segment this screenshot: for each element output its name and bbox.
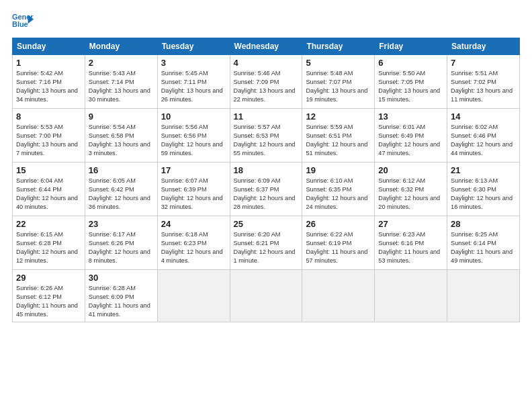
empty-cell: [447, 270, 520, 322]
calendar-header-row: Sunday Monday Tuesday Wednesday Thursday…: [13, 38, 520, 55]
day-number: 19: [306, 165, 371, 175]
day-number: 1: [16, 58, 81, 68]
day-info: Sunrise: 6:23 AM Sunset: 6:16 PM Dayligh…: [378, 230, 443, 265]
table-row: 6Sunrise: 5:50 AM Sunset: 7:05 PM Daylig…: [375, 55, 447, 109]
table-row: 22Sunrise: 6:15 AM Sunset: 6:28 PM Dayli…: [13, 216, 85, 270]
day-info: Sunrise: 5:45 AM Sunset: 7:11 PM Dayligh…: [161, 69, 226, 104]
table-row: 25Sunrise: 6:20 AM Sunset: 6:21 PM Dayli…: [230, 216, 302, 270]
day-info: Sunrise: 6:26 AM Sunset: 6:12 PM Dayligh…: [16, 284, 81, 319]
table-row: 27Sunrise: 6:23 AM Sunset: 6:16 PM Dayli…: [375, 216, 447, 270]
day-info: Sunrise: 5:51 AM Sunset: 7:02 PM Dayligh…: [451, 69, 516, 104]
day-number: 30: [89, 273, 154, 283]
day-number: 16: [89, 165, 154, 175]
day-number: 18: [234, 165, 299, 175]
svg-text:Blue: Blue: [12, 20, 28, 28]
day-number: 10: [161, 111, 226, 122]
day-info: Sunrise: 6:07 AM Sunset: 6:39 PM Dayligh…: [161, 177, 226, 212]
day-number: 14: [451, 111, 516, 122]
table-row: 18Sunrise: 6:09 AM Sunset: 6:37 PM Dayli…: [230, 163, 302, 216]
day-info: Sunrise: 6:05 AM Sunset: 6:42 PM Dayligh…: [89, 177, 154, 212]
day-info: Sunrise: 5:43 AM Sunset: 7:14 PM Dayligh…: [89, 69, 154, 104]
day-info: Sunrise: 5:48 AM Sunset: 7:07 PM Dayligh…: [306, 69, 371, 104]
table-row: 11Sunrise: 5:57 AM Sunset: 6:53 PM Dayli…: [230, 109, 302, 163]
day-info: Sunrise: 6:15 AM Sunset: 6:28 PM Dayligh…: [16, 230, 81, 265]
day-number: 13: [378, 111, 443, 122]
table-row: 26Sunrise: 6:22 AM Sunset: 6:19 PM Dayli…: [302, 216, 375, 270]
day-info: Sunrise: 6:28 AM Sunset: 6:09 PM Dayligh…: [89, 284, 154, 319]
col-friday: Friday: [375, 38, 447, 55]
day-info: Sunrise: 6:09 AM Sunset: 6:37 PM Dayligh…: [234, 177, 299, 212]
calendar-week-1: 1Sunrise: 5:42 AM Sunset: 7:16 PM Daylig…: [13, 55, 520, 109]
table-row: 17Sunrise: 6:07 AM Sunset: 6:39 PM Dayli…: [157, 163, 230, 216]
day-number: 26: [306, 219, 371, 229]
day-number: 24: [161, 219, 226, 229]
day-info: Sunrise: 5:53 AM Sunset: 7:00 PM Dayligh…: [16, 123, 81, 158]
day-info: Sunrise: 5:59 AM Sunset: 6:51 PM Dayligh…: [306, 123, 371, 158]
col-sunday: Sunday: [13, 38, 85, 55]
day-info: Sunrise: 5:54 AM Sunset: 6:58 PM Dayligh…: [89, 123, 154, 158]
day-number: 25: [234, 219, 299, 229]
table-row: 8Sunrise: 5:53 AM Sunset: 7:00 PM Daylig…: [13, 109, 85, 163]
col-thursday: Thursday: [302, 38, 375, 55]
table-row: 15Sunrise: 6:04 AM Sunset: 6:44 PM Dayli…: [13, 163, 85, 216]
day-info: Sunrise: 5:50 AM Sunset: 7:05 PM Dayligh…: [378, 69, 443, 104]
col-tuesday: Tuesday: [157, 38, 230, 55]
day-info: Sunrise: 5:42 AM Sunset: 7:16 PM Dayligh…: [16, 69, 81, 104]
day-info: Sunrise: 6:02 AM Sunset: 6:46 PM Dayligh…: [451, 123, 516, 158]
calendar-header: General Blue: [12, 12, 520, 31]
day-number: 7: [451, 58, 516, 68]
day-number: 12: [306, 111, 371, 122]
day-number: 28: [451, 219, 516, 229]
day-number: 4: [234, 58, 299, 68]
day-number: 23: [89, 219, 154, 229]
day-info: Sunrise: 5:56 AM Sunset: 6:56 PM Dayligh…: [161, 123, 226, 158]
col-saturday: Saturday: [447, 38, 520, 55]
table-row: 20Sunrise: 6:12 AM Sunset: 6:32 PM Dayli…: [375, 163, 447, 216]
day-info: Sunrise: 6:17 AM Sunset: 6:26 PM Dayligh…: [89, 230, 154, 265]
table-row: 29Sunrise: 6:26 AM Sunset: 6:12 PM Dayli…: [13, 270, 85, 322]
day-info: Sunrise: 6:20 AM Sunset: 6:21 PM Dayligh…: [234, 230, 299, 265]
day-number: 9: [89, 111, 154, 122]
logo: General Blue: [12, 12, 34, 31]
day-number: 3: [161, 58, 226, 68]
empty-cell: [230, 270, 302, 322]
calendar-week-5: 29Sunrise: 6:26 AM Sunset: 6:12 PM Dayli…: [13, 270, 520, 322]
table-row: 23Sunrise: 6:17 AM Sunset: 6:26 PM Dayli…: [85, 216, 157, 270]
empty-cell: [302, 270, 375, 322]
day-info: Sunrise: 5:46 AM Sunset: 7:09 PM Dayligh…: [234, 69, 299, 104]
logo-icon: General Blue: [12, 12, 34, 31]
table-row: 28Sunrise: 6:25 AM Sunset: 6:14 PM Dayli…: [447, 216, 520, 270]
table-row: 4Sunrise: 5:46 AM Sunset: 7:09 PM Daylig…: [230, 55, 302, 109]
day-number: 29: [16, 273, 81, 283]
table-row: 30Sunrise: 6:28 AM Sunset: 6:09 PM Dayli…: [85, 270, 157, 322]
table-row: 24Sunrise: 6:18 AM Sunset: 6:23 PM Dayli…: [157, 216, 230, 270]
calendar-week-4: 22Sunrise: 6:15 AM Sunset: 6:28 PM Dayli…: [13, 216, 520, 270]
col-wednesday: Wednesday: [230, 38, 302, 55]
table-row: 10Sunrise: 5:56 AM Sunset: 6:56 PM Dayli…: [157, 109, 230, 163]
day-info: Sunrise: 6:22 AM Sunset: 6:19 PM Dayligh…: [306, 230, 371, 265]
empty-cell: [375, 270, 447, 322]
day-info: Sunrise: 6:04 AM Sunset: 6:44 PM Dayligh…: [16, 177, 81, 212]
day-info: Sunrise: 6:25 AM Sunset: 6:14 PM Dayligh…: [451, 230, 516, 265]
calendar-table: Sunday Monday Tuesday Wednesday Thursday…: [12, 38, 520, 322]
table-row: 9Sunrise: 5:54 AM Sunset: 6:58 PM Daylig…: [85, 109, 157, 163]
table-row: 3Sunrise: 5:45 AM Sunset: 7:11 PM Daylig…: [157, 55, 230, 109]
table-row: 16Sunrise: 6:05 AM Sunset: 6:42 PM Dayli…: [85, 163, 157, 216]
table-row: 21Sunrise: 6:13 AM Sunset: 6:30 PM Dayli…: [447, 163, 520, 216]
day-info: Sunrise: 6:12 AM Sunset: 6:32 PM Dayligh…: [378, 177, 443, 212]
empty-cell: [157, 270, 230, 322]
table-row: 19Sunrise: 6:10 AM Sunset: 6:35 PM Dayli…: [302, 163, 375, 216]
day-number: 11: [234, 111, 299, 122]
calendar-week-2: 8Sunrise: 5:53 AM Sunset: 7:00 PM Daylig…: [13, 109, 520, 163]
day-info: Sunrise: 6:18 AM Sunset: 6:23 PM Dayligh…: [161, 230, 226, 265]
calendar-week-3: 15Sunrise: 6:04 AM Sunset: 6:44 PM Dayli…: [13, 163, 520, 216]
day-number: 6: [378, 58, 443, 68]
table-row: 12Sunrise: 5:59 AM Sunset: 6:51 PM Dayli…: [302, 109, 375, 163]
table-row: 14Sunrise: 6:02 AM Sunset: 6:46 PM Dayli…: [447, 109, 520, 163]
day-number: 8: [16, 111, 81, 122]
table-row: 13Sunrise: 6:01 AM Sunset: 6:49 PM Dayli…: [375, 109, 447, 163]
col-monday: Monday: [85, 38, 157, 55]
table-row: 7Sunrise: 5:51 AM Sunset: 7:02 PM Daylig…: [447, 55, 520, 109]
day-info: Sunrise: 6:10 AM Sunset: 6:35 PM Dayligh…: [306, 177, 371, 212]
table-row: 1Sunrise: 5:42 AM Sunset: 7:16 PM Daylig…: [13, 55, 85, 109]
